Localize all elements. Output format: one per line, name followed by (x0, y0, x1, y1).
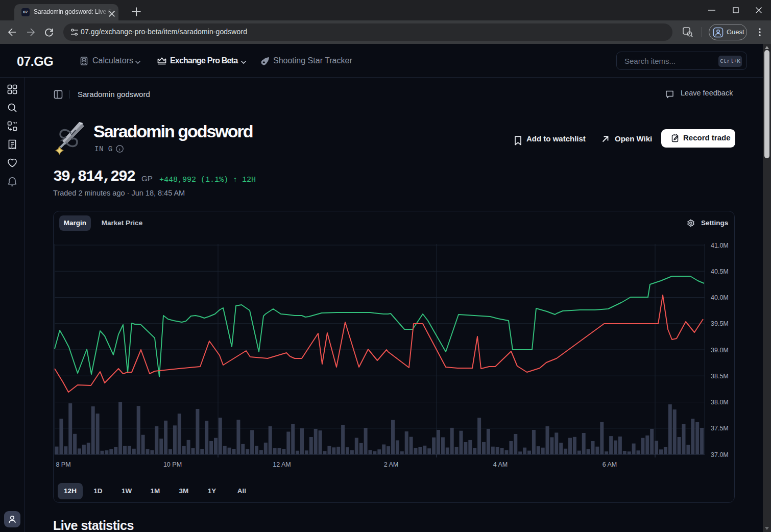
svg-text:38.0M: 38.0M (711, 399, 729, 406)
svg-text:4 AM: 4 AM (493, 461, 508, 468)
svg-text:41.0M: 41.0M (711, 242, 729, 249)
svg-text:10 PM: 10 PM (163, 461, 182, 468)
svg-text:38.5M: 38.5M (711, 373, 729, 380)
svg-text:2 AM: 2 AM (384, 461, 399, 468)
svg-text:40.0M: 40.0M (711, 294, 729, 301)
svg-text:6 AM: 6 AM (603, 461, 617, 468)
svg-text:39.5M: 39.5M (711, 320, 729, 327)
svg-text:39.0M: 39.0M (711, 347, 729, 354)
svg-text:37.0M: 37.0M (711, 451, 729, 458)
svg-text:37.5M: 37.5M (711, 425, 729, 432)
svg-text:12 AM: 12 AM (273, 461, 291, 468)
svg-text:40.5M: 40.5M (711, 268, 729, 275)
svg-text:8 PM: 8 PM (56, 461, 70, 468)
